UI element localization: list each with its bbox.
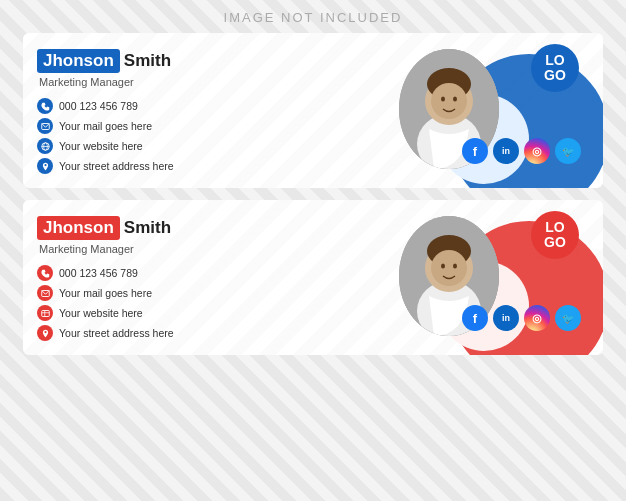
mail-icon-red: [37, 285, 53, 301]
contact-phone-red: 000 123 456 789: [37, 265, 389, 281]
first-name-red: Jhonson: [37, 216, 120, 240]
watermark: IMAGE NOT INCLUDED: [224, 10, 403, 25]
instagram-icon-red[interactable]: ◎: [524, 305, 550, 331]
phone-icon-blue: [37, 98, 53, 114]
contact-mail-red: Your mail goes here: [37, 285, 389, 301]
location-icon-red: [37, 325, 53, 341]
svg-point-19: [431, 250, 467, 286]
email-signature-blue: Jhonson Smith Marketing Manager 000 123 …: [23, 33, 603, 188]
contact-mail-blue: Your mail goes here: [37, 118, 389, 134]
svg-point-8: [431, 83, 467, 119]
contact-list-red: 000 123 456 789 Your mail goes here Your…: [37, 265, 389, 341]
svg-point-21: [453, 264, 457, 269]
linkedin-icon-red[interactable]: in: [493, 305, 519, 331]
svg-point-10: [453, 97, 457, 102]
card-left-blue: Jhonson Smith Marketing Manager 000 123 …: [37, 49, 389, 174]
facebook-icon-red[interactable]: f: [462, 305, 488, 331]
phone-icon-red: [37, 265, 53, 281]
last-name-blue: Smith: [124, 51, 171, 71]
first-name-blue: Jhonson: [37, 49, 120, 73]
social-row-blue: f in ◎ 🐦: [462, 138, 581, 164]
job-title-red: Marketing Manager: [39, 243, 389, 255]
name-row-blue: Jhonson Smith: [37, 49, 389, 73]
contact-location-blue: Your street address here: [37, 158, 389, 174]
logo-circle-red: LO GO: [531, 211, 579, 259]
logo-circle-blue: LO GO: [531, 44, 579, 92]
contact-web-red: Your website here: [37, 305, 389, 321]
card-right-blue: LO GO f in ◎ 🐦: [389, 49, 589, 174]
svg-point-20: [441, 264, 445, 269]
contact-location-red: Your street address here: [37, 325, 389, 341]
job-title-blue: Marketing Manager: [39, 76, 389, 88]
location-icon-blue: [37, 158, 53, 174]
social-row-red: f in ◎ 🐦: [462, 305, 581, 331]
instagram-icon-blue[interactable]: ◎: [524, 138, 550, 164]
web-icon-red: [37, 305, 53, 321]
svg-rect-12: [41, 310, 49, 316]
card-right-red: LO GO f in ◎ 🐦: [389, 216, 589, 341]
name-row-red: Jhonson Smith: [37, 216, 389, 240]
contact-list-blue: 000 123 456 789 Your mail goes here Your…: [37, 98, 389, 174]
contact-web-blue: Your website here: [37, 138, 389, 154]
email-signature-red: Jhonson Smith Marketing Manager 000 123 …: [23, 200, 603, 355]
twitter-icon-red[interactable]: 🐦: [555, 305, 581, 331]
card-left-red: Jhonson Smith Marketing Manager 000 123 …: [37, 216, 389, 341]
svg-point-9: [441, 97, 445, 102]
linkedin-icon-blue[interactable]: in: [493, 138, 519, 164]
web-icon-blue: [37, 138, 53, 154]
twitter-icon-blue[interactable]: 🐦: [555, 138, 581, 164]
contact-phone-blue: 000 123 456 789: [37, 98, 389, 114]
mail-icon-blue: [37, 118, 53, 134]
last-name-red: Smith: [124, 218, 171, 238]
facebook-icon-blue[interactable]: f: [462, 138, 488, 164]
